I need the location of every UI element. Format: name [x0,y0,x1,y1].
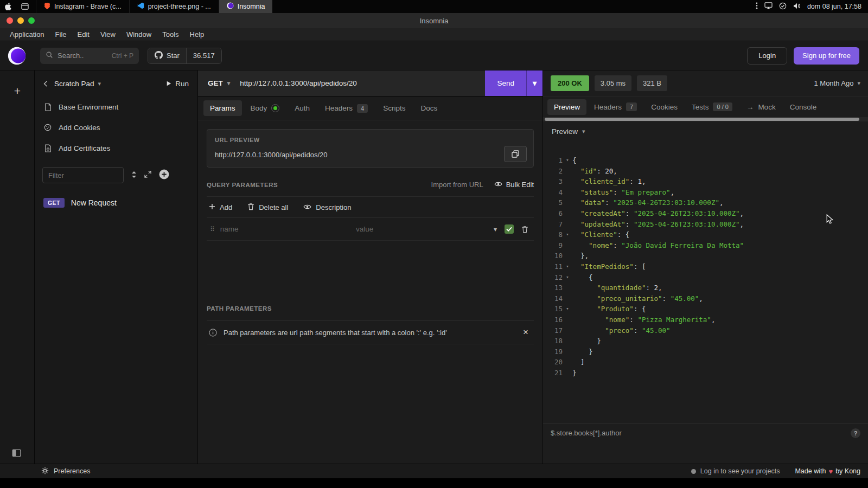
window-icon[interactable] [16,0,34,13]
fold-toggle-icon[interactable]: ▾ [563,261,572,272]
os-tab-vscode[interactable]: project-three.png - ... [129,0,219,13]
tab-tests[interactable]: Tests 0 / 0 [685,99,739,115]
fold-toggle-icon[interactable]: ▾ [563,272,572,283]
github-star-button[interactable]: Star [148,48,186,63]
menu-help[interactable]: Help [184,28,210,41]
workspace-dropdown[interactable]: Scratch Pad ▾ [54,80,101,88]
menu-application[interactable]: Application [4,28,50,41]
apple-menu-icon[interactable] [0,0,16,13]
login-hint-link[interactable]: Log in to see your projects [691,467,780,475]
os-tab-brave[interactable]: Instagram - Brave (c... [36,0,129,13]
login-button[interactable]: Login [747,47,787,65]
new-workspace-button[interactable]: + [0,85,35,98]
code-line: 10}, [543,251,868,261]
tab-params[interactable]: Params [203,100,242,116]
sidebar-item-add-certificates[interactable]: Add Certificates [35,138,197,158]
overflow-menu-icon[interactable] [756,2,758,11]
fold-toggle-icon[interactable]: ▾ [563,229,572,240]
signup-button[interactable]: Sign up for free [794,47,859,65]
fold-toggle-icon[interactable]: ▾ [563,304,572,314]
search-input[interactable] [58,52,107,60]
code-line: 1▾{ [543,155,868,166]
screen: Instagram - Brave (c... project-three.pn… [0,0,868,488]
run-button[interactable]: Run [166,80,189,88]
workspace-name: Scratch Pad [54,80,94,88]
tabs-scrollbar[interactable] [543,117,868,121]
menu-file[interactable]: File [50,28,72,41]
response-body-viewer[interactable]: 1▾{2"id": 20,3"cliente_id": 1,4"status":… [543,141,868,423]
github-icon [155,51,163,61]
tab-headers[interactable]: Headers 4 [318,100,374,117]
bulk-edit-toggle[interactable]: Bulk Edit [494,181,534,189]
close-icon[interactable]: × [520,327,532,338]
menu-tools[interactable]: Tools [157,28,184,41]
path-info-text: Path parameters are url path segments th… [224,329,447,337]
chevron-down-icon: ▾ [582,128,585,135]
param-value-input[interactable] [356,225,486,233]
global-search[interactable]: Ctrl + P [40,48,139,64]
sidebar-item-add-cookies[interactable]: Add Cookies [35,117,197,138]
sidebar-filter-input[interactable] [42,167,124,183]
sort-icon[interactable] [131,171,137,180]
star-count[interactable]: 36.517 [186,48,221,63]
param-name-input[interactable] [220,225,350,233]
speaker-icon[interactable] [793,3,801,11]
plus-icon [209,203,215,211]
param-enabled-checkbox[interactable] [505,224,514,234]
menu-window[interactable]: Window [121,28,157,41]
response-history-dropdown[interactable]: 1 Month Ago ▾ [814,79,860,87]
tab-auth[interactable]: Auth [288,100,316,116]
delete-all-button[interactable]: Delete all [247,203,288,212]
url-preview-value: http://127.0.0.1:3000/api/pedidos/20 [215,151,526,159]
method-dropdown[interactable]: GET ▾ [208,79,230,87]
heart-icon: ♥ [828,467,833,476]
size-badge: 321 B [637,75,667,91]
tab-preview[interactable]: Preview [547,99,586,115]
import-from-url-link[interactable]: Import from URL [431,181,483,189]
add-request-icon[interactable] [159,169,169,181]
scrollbar-thumb[interactable] [545,118,859,121]
param-options-caret[interactable]: ▾ [492,226,499,233]
arrow-right-icon: → [746,103,754,111]
toggle-description-button[interactable]: Description [303,203,351,211]
expand-icon[interactable] [144,171,151,179]
check-circle-icon[interactable] [779,2,787,11]
menu-view[interactable]: View [95,28,121,41]
request-url-bar: GET ▾ http://127.0.0.1:3000/api/pedidos/… [198,70,542,97]
tab-console[interactable]: Console [783,99,824,115]
insomnia-logo[interactable] [8,47,26,65]
send-options-caret[interactable]: ▾ [526,70,542,96]
code-line: 11▾"ItemPedidos": [ [543,261,868,272]
eye-icon [494,181,502,189]
filter-help-button[interactable]: ? [851,428,860,438]
code-line: 15▾"Produto": { [543,304,868,314]
sidebar-item-base-environment[interactable]: Base Environment [35,97,197,117]
send-button[interactable]: Send [485,70,526,96]
request-list-item[interactable]: GET New Request [35,193,197,213]
os-tab-insomnia[interactable]: Insomnia [219,0,273,13]
os-clock[interactable]: dom 08 jun, 17:58 [807,3,861,10]
tab-body[interactable]: Body [244,100,286,116]
preview-mode-dropdown[interactable]: Preview ▾ [543,121,868,141]
jsonpath-filter-input[interactable] [551,429,845,437]
tab-response-headers[interactable]: Headers 7 [588,99,643,115]
back-chevron-icon[interactable] [43,80,48,87]
param-delete-button[interactable] [519,226,531,233]
tab-mock[interactable]: → Mock [740,99,782,115]
tab-scripts[interactable]: Scripts [376,100,412,116]
sidebar-toggle-icon[interactable] [12,449,21,459]
tab-cookies[interactable]: Cookies [644,99,684,115]
fold-toggle-icon[interactable]: ▾ [563,155,572,166]
add-param-button[interactable]: Add [209,203,232,211]
menu-edit[interactable]: Edit [72,28,95,41]
play-icon [166,80,171,88]
copy-url-button[interactable] [504,146,527,162]
fold-spacer [563,357,572,368]
display-icon[interactable] [764,2,773,11]
code-line: 17"preco": "45.00" [543,325,868,336]
drag-handle-icon[interactable]: ⠿ [210,226,215,233]
fold-spacer [563,325,572,336]
url-input[interactable]: http://127.0.0.1:3000/api/pedidos/20 [240,79,356,87]
tab-docs[interactable]: Docs [414,100,444,116]
preferences-button[interactable]: Preferences [41,467,90,476]
